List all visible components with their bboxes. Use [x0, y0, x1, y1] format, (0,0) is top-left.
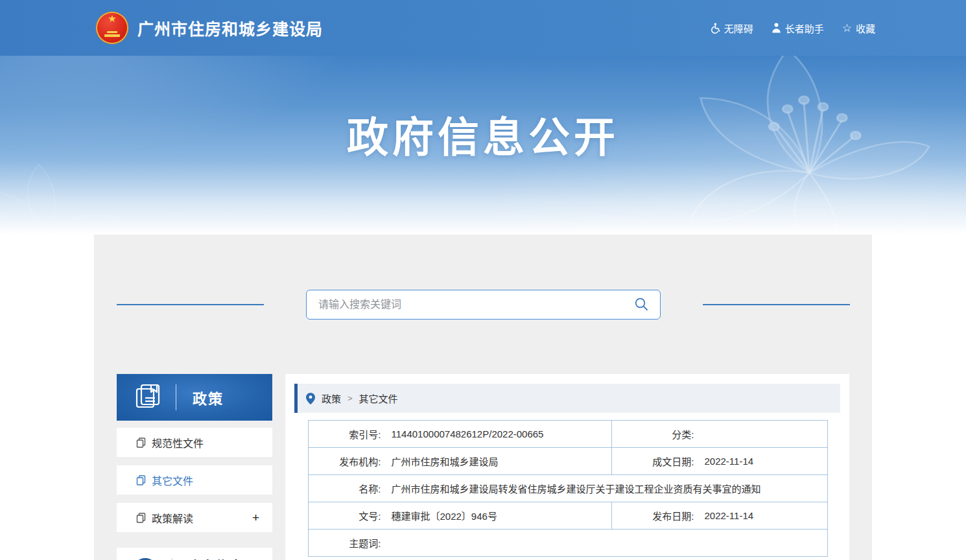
field-label-issuer: 发布机构: — [309, 448, 383, 475]
content-container: 政策 规范性文件 — [94, 235, 872, 560]
top-header-bar: ★ 广州市住房和城乡建设局 无障碍 长者助手 — [0, 0, 966, 56]
page-banner: 政府信息公开 — [0, 56, 966, 235]
sidebar-item-normative-documents[interactable]: 规范性文件 — [117, 428, 272, 457]
field-value-index: 11440100007482612P/2022-00665 — [383, 421, 612, 448]
field-label-category: 分类: — [612, 421, 696, 448]
field-label-index: 索引号: — [309, 421, 383, 448]
search-input[interactable] — [318, 299, 633, 310]
document-icon — [136, 438, 146, 448]
accessibility-label: 无障碍 — [724, 21, 753, 35]
site-logo-link[interactable]: ★ 广州市住房和城乡建设局 — [96, 12, 323, 44]
wheelchair-icon — [709, 23, 720, 34]
sidebar-item-label: 政策解读 — [152, 510, 193, 526]
elder-assistant-label: 长者助手 — [785, 21, 824, 35]
table-row-issuer: 发布机构: 广州市住房和城乡建设局 成文日期: 2022-11-14 — [309, 448, 828, 475]
emblem-gate-lower — [104, 34, 120, 37]
field-label-title: 名称: — [309, 475, 383, 502]
sidebar-menu: 规范性文件 其它文件 — [117, 428, 272, 532]
favorite-link[interactable]: ☆ 收藏 — [842, 21, 875, 35]
sidebar-item-other-documents[interactable]: 其它文件 — [117, 465, 272, 495]
breadcrumb-item-other-documents[interactable]: 其它文件 — [359, 391, 398, 405]
breadcrumb-separator: > — [348, 393, 353, 403]
sidebar-item-policy-interpretation[interactable]: 政策解读 + — [117, 503, 272, 532]
table-row-doc-number: 文号: 穗建审批〔2022〕946号 发布日期: 2022-11-14 — [309, 502, 828, 530]
field-label-keywords: 主题词: — [309, 530, 383, 557]
main-panel: 政策 > 其它文件 索引号: 11440100007482612P/2022-0… — [285, 374, 849, 560]
sidebar-item-label: 其它文件 — [152, 472, 193, 488]
emblem-gate-upper — [107, 31, 117, 33]
vertical-divider — [176, 384, 176, 410]
decorative-line-left — [117, 304, 264, 305]
field-value-publish-date: 2022-11-14 — [696, 502, 828, 530]
field-value-keywords — [383, 530, 828, 557]
field-label-publish-date: 发布日期: — [612, 502, 696, 530]
sidebar-section-title: 政策 — [193, 387, 224, 408]
location-pin-icon — [306, 393, 315, 404]
expand-plus-icon[interactable]: + — [252, 511, 259, 524]
table-row-keywords: 主题词: — [309, 530, 828, 557]
search-icon — [634, 297, 648, 313]
field-label-written-date: 成文日期: — [612, 448, 696, 475]
national-emblem-icon: ★ — [96, 12, 128, 44]
table-row-index: 索引号: 11440100007482612P/2022-00665 分类: — [309, 421, 828, 448]
accessibility-link[interactable]: 无障碍 — [709, 21, 753, 35]
favorite-label: 收藏 — [856, 21, 875, 35]
sidebar: 政策 规范性文件 — [117, 374, 272, 560]
decorative-line-right — [703, 304, 850, 305]
sidebar-section-policy[interactable]: 政策 — [117, 374, 272, 421]
breadcrumb-item-policy[interactable]: 政策 — [322, 391, 341, 405]
field-value-written-date: 2022-11-14 — [696, 448, 828, 475]
field-value-category — [696, 421, 828, 448]
sidebar-item-label: 规范性文件 — [152, 435, 204, 450]
field-label-doc-number: 文号: — [309, 502, 383, 530]
document-icon — [136, 475, 146, 485]
lily-flower-decoration-small — [0, 153, 130, 235]
site-title: 广州市住房和城乡建设局 — [137, 16, 323, 40]
document-icon — [136, 513, 146, 523]
emblem-star: ★ — [96, 14, 128, 23]
sidebar-section-gov-info[interactable]: 政府信息公开 — [117, 548, 272, 560]
search-section — [117, 290, 850, 320]
field-value-title: 广州市住房和城乡建设局转发省住房城乡建设厅关于建设工程企业资质有关事宜的通知 — [383, 475, 828, 502]
elder-person-icon — [772, 23, 781, 33]
book-icon — [133, 381, 163, 414]
elder-assistant-link[interactable]: 长者助手 — [772, 21, 824, 35]
search-box — [306, 290, 661, 320]
table-row-title: 名称: 广州市住房和城乡建设局转发省住房城乡建设厅关于建设工程企业资质有关事宜的… — [309, 475, 828, 502]
header-utility-links: 无障碍 长者助手 ☆ 收藏 — [709, 21, 875, 35]
field-value-issuer: 广州市住房和城乡建设局 — [383, 448, 612, 475]
breadcrumb: 政策 > 其它文件 — [294, 384, 840, 413]
document-info-table: 索引号: 11440100007482612P/2022-00665 分类: 发… — [308, 420, 828, 557]
search-button[interactable] — [633, 296, 650, 314]
page-title: 政府信息公开 — [0, 104, 966, 163]
star-icon: ☆ — [842, 23, 852, 34]
content-row: 政策 规范性文件 — [117, 374, 850, 560]
field-value-doc-number: 穗建审批〔2022〕946号 — [383, 502, 612, 530]
